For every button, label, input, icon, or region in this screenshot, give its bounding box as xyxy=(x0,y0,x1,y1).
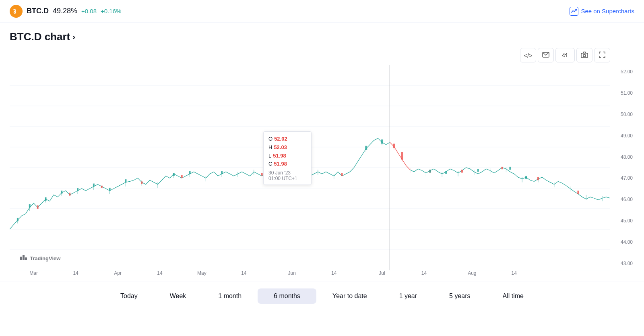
embed-button[interactable]: </> xyxy=(520,48,536,62)
svg-rect-69 xyxy=(401,152,403,160)
time-btn-1month[interactable]: 1 month xyxy=(202,288,258,304)
svg-rect-65 xyxy=(261,173,263,176)
chart-container[interactable]: TradingView O 52.02 H 52.03 L 51.98 C xyxy=(10,65,634,270)
y-label-49: 49.00 xyxy=(610,133,634,139)
y-label-48: 48.00 xyxy=(610,154,634,160)
supercharts-link[interactable]: See on Supercharts xyxy=(570,7,634,16)
y-label-47: 47.00 xyxy=(610,175,634,181)
tv-logo-text: TradingView xyxy=(30,255,60,261)
y-label-52: 52.00 xyxy=(610,69,634,75)
x-label-14-5: 14 xyxy=(421,270,427,276)
y-label-45: 45.00 xyxy=(610,218,634,224)
time-btn-today[interactable]: Today xyxy=(104,288,154,304)
svg-rect-76 xyxy=(29,204,31,207)
indicators-button[interactable] xyxy=(555,48,575,62)
y-label-51: 51.00 xyxy=(610,90,634,96)
x-label-14-3: 14 xyxy=(241,270,246,276)
x-label-mar: Mar xyxy=(29,270,38,276)
ticker-info: ₿ BTC.D 49.28% +0.08 +0.16% xyxy=(10,5,121,18)
svg-rect-93 xyxy=(509,167,511,170)
svg-rect-62 xyxy=(101,186,103,188)
svg-text:₿: ₿ xyxy=(13,8,16,15)
time-btn-6months[interactable]: 6 months xyxy=(258,288,316,304)
svg-rect-81 xyxy=(109,188,111,191)
svg-rect-89 xyxy=(381,139,383,143)
tooltip-h-label: H xyxy=(268,143,272,152)
svg-rect-63 xyxy=(141,181,142,184)
x-axis: Mar 14 Apr 14 May 14 Jun 14 Jul 14 Aug 1… xyxy=(10,270,610,280)
svg-rect-80 xyxy=(93,184,95,187)
x-label-apr: Apr xyxy=(114,270,122,276)
top-bar: ₿ BTC.D 49.28% +0.08 +0.16% See on Super… xyxy=(0,0,644,23)
svg-rect-84 xyxy=(189,171,191,174)
chart-title[interactable]: BTC.D chart › xyxy=(10,31,634,43)
chart-tooltip: O 52.02 H 52.03 L 51.98 C 51.98 30 Jun '… xyxy=(263,131,312,185)
tooltip-o-label: O xyxy=(268,135,272,143)
y-label-43: 43.00 xyxy=(610,261,634,266)
svg-rect-82 xyxy=(125,179,126,182)
svg-rect-73 xyxy=(537,177,539,180)
svg-rect-79 xyxy=(77,188,78,191)
time-btn-ytd[interactable]: Year to date xyxy=(316,288,383,304)
ticker-price: 49.28% xyxy=(53,7,77,15)
svg-rect-60 xyxy=(37,205,39,209)
x-label-jul: Jul xyxy=(379,270,385,276)
ticker-symbol: BTC.D xyxy=(27,7,49,15)
svg-line-3 xyxy=(564,54,566,55)
chart-toolbar: </> xyxy=(10,48,634,62)
svg-rect-72 xyxy=(501,167,503,169)
tooltip-l-val: 51.98 xyxy=(273,152,286,160)
message-button[interactable] xyxy=(538,48,554,62)
svg-rect-88 xyxy=(365,146,367,150)
time-btn-5years[interactable]: 5 years xyxy=(433,288,486,304)
tooltip-o-val: 52.02 xyxy=(274,135,287,143)
tooltip-c-val: 51.98 xyxy=(274,160,287,168)
svg-rect-92 xyxy=(477,169,479,172)
svg-rect-90 xyxy=(429,170,431,172)
x-label-14-6: 14 xyxy=(512,270,517,276)
ticker-change1: +0.08 xyxy=(81,8,97,15)
x-label-14-1: 14 xyxy=(73,270,78,276)
svg-rect-91 xyxy=(445,171,447,174)
svg-rect-68 xyxy=(393,144,395,148)
svg-rect-78 xyxy=(61,191,62,193)
y-label-50: 50.00 xyxy=(610,112,634,117)
svg-rect-64 xyxy=(181,175,183,178)
tooltip-c-label: C xyxy=(268,160,272,168)
tooltip-l-label: L xyxy=(268,152,271,160)
tooltip-date: 30 Jun '23 01:00 UTC+1 xyxy=(268,170,306,181)
tv-watermark: TradingView xyxy=(19,254,60,262)
svg-rect-83 xyxy=(173,173,175,176)
svg-rect-75 xyxy=(17,218,19,221)
ticker-change2: +0.16% xyxy=(101,8,121,15)
time-btn-1year[interactable]: 1 year xyxy=(383,288,433,304)
svg-rect-77 xyxy=(45,197,47,201)
y-label-46: 46.00 xyxy=(610,197,634,202)
y-axis: 52.00 51.00 50.00 49.00 48.00 47.00 46.0… xyxy=(610,65,634,270)
y-label-44: 44.00 xyxy=(610,239,634,245)
svg-rect-85 xyxy=(221,171,223,174)
fullscreen-button[interactable] xyxy=(594,48,610,62)
x-label-jun: Jun xyxy=(288,270,296,276)
x-label-14-2: 14 xyxy=(157,270,162,276)
tooltip-h-val: 52.03 xyxy=(274,143,287,152)
svg-rect-74 xyxy=(577,191,579,194)
x-label-14-4: 14 xyxy=(331,270,336,276)
chart-title-arrow: › xyxy=(72,32,75,41)
time-btn-week[interactable]: Week xyxy=(154,288,202,304)
x-label-aug: Aug xyxy=(468,270,476,276)
svg-rect-61 xyxy=(69,193,70,195)
time-btn-alltime[interactable]: All time xyxy=(487,288,540,304)
btc-icon: ₿ xyxy=(10,5,23,18)
svg-rect-67 xyxy=(341,173,343,176)
camera-button[interactable] xyxy=(576,48,592,62)
svg-rect-71 xyxy=(461,170,463,172)
chart-inner: TradingView O 52.02 H 52.03 L 51.98 C xyxy=(10,65,610,270)
chart-section: BTC.D chart › </> xyxy=(0,23,644,280)
svg-line-2 xyxy=(562,54,564,56)
time-range-bar: Today Week 1 month 6 months Year to date… xyxy=(0,282,644,307)
x-label-may: May xyxy=(197,270,206,276)
svg-rect-94 xyxy=(525,176,527,179)
svg-point-9 xyxy=(583,54,586,57)
